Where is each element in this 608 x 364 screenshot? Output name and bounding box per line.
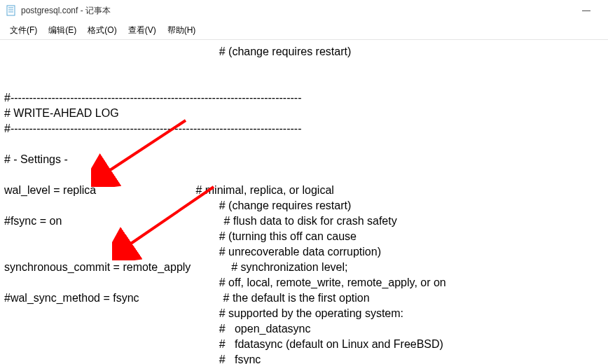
text-line: wal_level = replica # minimal, replica, … bbox=[4, 184, 334, 196]
text-line: # - Settings - bbox=[4, 153, 68, 165]
text-line: # (change requires restart) bbox=[4, 46, 351, 57]
text-line: # open_datasync bbox=[4, 323, 311, 335]
text-line: synchronous_commit = remote_apply # sync… bbox=[4, 261, 347, 273]
text-line: # WRITE-AHEAD LOG bbox=[4, 107, 119, 119]
text-line: # off, local, remote_write, remote_apply… bbox=[4, 276, 446, 288]
menubar: 文件(F) 编辑(E) 格式(O) 查看(V) 帮助(H) bbox=[0, 21, 608, 40]
text-line: #fsync = on # flush data to disk for cra… bbox=[4, 215, 397, 227]
minimize-button[interactable]: — bbox=[570, 0, 602, 21]
window-titlebar: postgresql.conf - 记事本 — bbox=[0, 0, 608, 21]
notepad-icon bbox=[6, 5, 17, 16]
text-line: # supported by the operating system: bbox=[4, 307, 403, 319]
text-line: #---------------------------------------… bbox=[4, 92, 302, 104]
text-line: # unrecoverable data corruption) bbox=[4, 246, 381, 258]
window-title: postgresql.conf - 记事本 bbox=[21, 5, 111, 17]
text-line: # (change requires restart) bbox=[4, 200, 351, 211]
text-line: # fsync bbox=[4, 354, 261, 364]
text-line: # fdatasync (default on Linux and FreeBS… bbox=[4, 338, 443, 350]
menu-format[interactable]: 格式(O) bbox=[82, 23, 122, 38]
svg-rect-0 bbox=[7, 6, 15, 15]
text-line: #wal_sync_method = fsync # the default i… bbox=[4, 292, 370, 304]
text-area[interactable]: # (change requires restart) #-----------… bbox=[0, 40, 608, 364]
menu-file[interactable]: 文件(F) bbox=[4, 23, 43, 38]
menu-edit[interactable]: 编辑(E) bbox=[43, 23, 82, 38]
menu-view[interactable]: 查看(V) bbox=[123, 23, 162, 38]
menu-help[interactable]: 帮助(H) bbox=[162, 23, 202, 38]
text-line: # (turning this off can cause bbox=[4, 230, 357, 242]
text-line: #---------------------------------------… bbox=[4, 122, 302, 134]
